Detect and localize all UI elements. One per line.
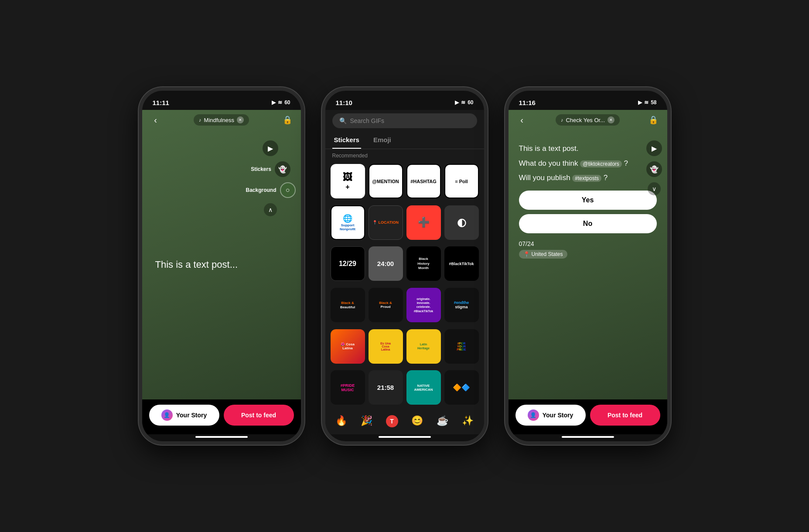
your-story-button-3[interactable]: 👤 Your Story [515,405,586,426]
video-button-3[interactable]: ▶ [646,140,662,156]
rich-text-area-3: This is a text post. What do you think @… [509,130,667,399]
story-label-1: Your Story [176,412,207,419]
sticker-cosa-latina-2[interactable]: Es UnaCosaLatina [369,329,403,364]
home-indicator-3 [562,436,614,438]
sticker-pride-music[interactable]: #PRIDEMUSIC [331,370,365,405]
mention-tag-1[interactable]: @tiktokcreators [580,160,622,167]
post-date-3: 07/24 [519,240,657,247]
stickers-button-3[interactable]: 👻 [646,161,662,177]
feed-label-3: Post to feed [608,412,642,419]
text-line1-3: This is a text post. [519,143,657,154]
emoji-fire[interactable]: 🔥 [335,415,347,427]
location-pin-icon-3: 📍 [523,251,530,257]
back-button-1[interactable]: ‹ [149,113,162,126]
sticker-black-proud[interactable]: Black & Proud [369,288,403,322]
sticker-endthe-stigma[interactable]: #endthestigma [444,288,479,322]
post-text-1[interactable]: This is a text post... [155,259,238,270]
search-bar-2[interactable]: 🔍 Search GIFs [332,113,477,128]
post-to-feed-button-3[interactable]: Post to feed [590,405,660,426]
wifi-icon-2: ≋ [461,99,465,106]
right-toolbar-3: ▶ 👻 ∨ [646,140,662,195]
sticker-circle-logo[interactable]: ◐ [444,205,479,240]
avatar-1: 👤 [161,409,173,421]
search-container-2: 🔍 Search GIFs [325,110,484,132]
sticker-latin-heritage[interactable]: LatinHeritage [406,329,441,364]
sticker-add-photo[interactable]: 🖼 + [331,164,365,198]
video-button-1[interactable]: ▶ [263,140,278,156]
search-placeholder-2: Search GIFs [350,117,385,124]
lock-icon-1[interactable]: 🔒 [281,113,294,126]
status-bar-1: 11:11 ▶ ≋ 60 [142,91,301,110]
close-music-3[interactable]: ✕ [608,116,614,123]
music-title-1: Mindfulness [204,117,234,123]
story-label-3: Your Story [543,412,573,419]
sticker-tabs-2: Stickers Emoji [325,132,484,149]
battery-icon-2: 60 [468,99,473,106]
sticker-hashtag[interactable]: #HASHTAG [406,164,441,198]
signal-icon-3: ▶ [638,99,642,106]
phone-3: 11:16 ▶ ≋ 58 ‹ ♪ Check Yes Or... ✕ 🔒 ▶ 👻… [505,87,671,445]
your-story-button-1[interactable]: 👤 Your Story [149,405,219,426]
time-1: 11:11 [153,99,169,106]
status-icons-2: ▶ ≋ 60 [455,99,473,106]
sticker-native-american[interactable]: NATIVEAMERICAN [406,370,441,405]
tab-emoji[interactable]: Emoji [372,132,393,149]
sticker-decoration[interactable]: 🔶🔷 [444,370,479,405]
top-nav-1: ‹ ♪ Mindfulness ✕ 🔒 [142,110,301,130]
recommended-label-2: Recommended [325,149,484,162]
close-music-1[interactable]: ✕ [237,116,244,123]
status-icons-1: ▶ ≋ 60 [272,99,290,106]
sticker-black-beautiful[interactable]: Black & Beautiful [331,288,365,322]
back-button-3[interactable]: ‹ [515,113,529,126]
emoji-sparkle[interactable]: ✨ [462,415,474,427]
collapse-button-1[interactable]: ∧ [264,203,277,216]
location-pill-3[interactable]: 📍 United States [519,250,567,259]
sticker-time-2400[interactable]: 24:00 [369,246,403,281]
emoji-t[interactable]: T [386,415,398,427]
emoji-smile[interactable]: 😊 [411,415,423,427]
battery-icon-1: 60 [284,99,290,106]
post-to-feed-button-1[interactable]: Post to feed [224,405,294,426]
lock-icon-3[interactable]: 🔒 [647,113,660,126]
time-2: 11:10 [336,99,352,106]
music-pill-3[interactable]: ♪ Check Yes Or... ✕ [556,114,620,126]
sticker-cosa-latina-1[interactable]: 🌺 CosaLatina [331,329,365,364]
search-icon-2: 🔍 [339,117,347,124]
status-bar-3: 11:16 ▶ ≋ 58 [509,91,667,110]
screen-3: ‹ ♪ Check Yes Or... ✕ 🔒 ▶ 👻 ∨ This is a … [509,110,667,399]
right-toolbar-1: ▶ Stickers 👻 Background ○ ∧ [246,140,295,216]
sticker-health[interactable]: ➕ [406,205,441,240]
status-bar-2: 11:10 ▶ ≋ 60 [325,91,484,110]
time-3: 11:16 [519,99,536,106]
avatar-3: 👤 [528,409,539,421]
mention-tag-2[interactable]: #textposts [572,175,601,182]
phone-2: 11:10 ▶ ≋ 60 🔍 Search GIFs Stickers Emoj… [322,87,488,445]
music-note-icon-3: ♪ [561,117,563,123]
stickers-row-1: Stickers 👻 [251,161,290,177]
sticker-time-2158[interactable]: 21:58 [369,370,403,405]
signal-icon-2: ▶ [455,99,459,106]
tab-stickers[interactable]: Stickers [332,132,361,149]
music-pill-1[interactable]: ♪ Mindfulness ✕ [194,114,249,126]
sticker-nonprofit[interactable]: 🌐 SupportNonprofit [331,205,365,240]
location-text-3: United States [532,251,563,257]
stickers-button-1[interactable]: 👻 [275,161,290,177]
poll-yes-button[interactable]: Yes [519,191,657,210]
sticker-for-your-pride[interactable]: #FORYOURPRIDE [444,329,479,364]
rich-text-content-3: This is a text post. What do you think @… [519,143,657,184]
emoji-coffee[interactable]: ☕ [437,415,448,427]
sticker-poll[interactable]: ≡ Poll [444,164,479,198]
stickers-label-1: Stickers [251,166,271,172]
phone-1: 11:11 ▶ ≋ 60 ‹ ♪ Mindfulness ✕ 🔒 ▶ Stick… [139,87,304,445]
emoji-party[interactable]: 🎉 [361,415,372,427]
sticker-date-1229[interactable]: 12/29 [331,246,365,281]
sticker-mention[interactable]: @MENTION [369,164,403,198]
music-note-icon-1: ♪ [199,117,201,123]
sticker-location[interactable]: 📍 LOCATION [369,205,403,240]
sticker-originate[interactable]: originate.innovate.celebrate.#BlackTikTo… [406,288,441,322]
poll-no-button[interactable]: No [519,214,657,233]
sticker-bhm[interactable]: BlackHistoryMonth [406,246,441,281]
sticker-blacktiktok[interactable]: #BlackTikTok [444,246,479,281]
chevron-down-button-3[interactable]: ∨ [648,182,661,195]
background-button-1[interactable]: ○ [280,182,296,198]
